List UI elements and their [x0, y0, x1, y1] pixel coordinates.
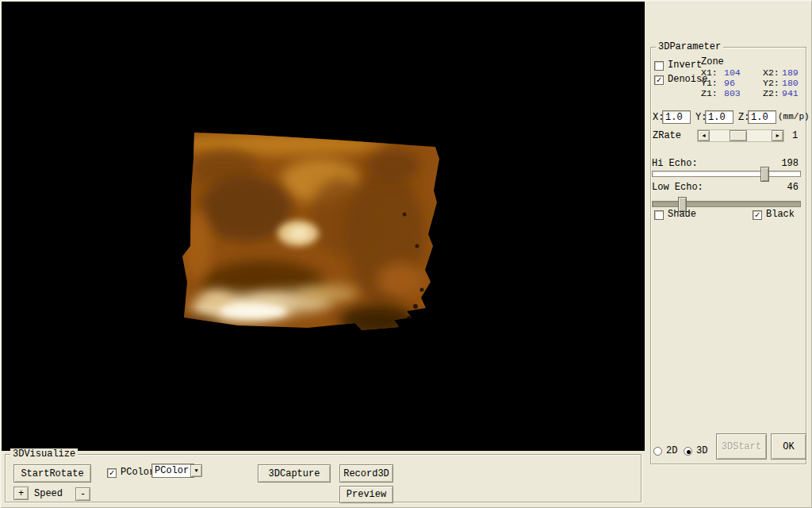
- pcolor-dropdown[interactable]: PColor ▼: [151, 464, 194, 478]
- zrate-track[interactable]: [710, 130, 772, 141]
- black-checkbox[interactable]: ✓ Black: [753, 210, 795, 220]
- scale-z-input[interactable]: [748, 110, 776, 124]
- radio-2d-circle[interactable]: [653, 447, 662, 456]
- ok-button[interactable]: OK: [771, 433, 806, 460]
- radio-2d[interactable]: 2D: [653, 446, 677, 456]
- hi-echo-thumb[interactable]: [760, 167, 769, 182]
- zone-z1-label: Z1:: [701, 88, 724, 98]
- pcolor-dropdown-arrow-icon[interactable]: ▼: [190, 464, 202, 477]
- zrate-label: ZRate: [653, 131, 681, 141]
- zone-x1-label: X1:: [701, 67, 724, 78]
- low-echo-value: 46: [787, 183, 799, 193]
- zrate-scroll-right-icon[interactable]: ►: [772, 130, 783, 141]
- invert-checkbox-box[interactable]: [654, 61, 664, 71]
- zone-row-x: X1: 104 X2: 189: [701, 67, 799, 78]
- zone-y1-value: 96: [724, 78, 763, 88]
- scale-unit-label: (mm/p): [778, 112, 810, 122]
- radio-3d-circle[interactable]: [684, 447, 692, 456]
- low-echo-label: Low Echo:: [652, 183, 703, 193]
- black-label: Black: [766, 210, 795, 220]
- zone-x2-label: X2:: [763, 67, 782, 78]
- app-window: 3DParameter Invert ✓ Denoise Zone X1: 10…: [0, 0, 812, 508]
- zone-label: Zone: [701, 57, 799, 67]
- radio-3d-label: 3D: [696, 446, 707, 456]
- hi-echo-value: 198: [781, 159, 799, 169]
- shade-checkbox-box[interactable]: [654, 210, 664, 220]
- zone-y2-label: Y2:: [763, 78, 782, 88]
- low-echo-slider[interactable]: [652, 201, 801, 207]
- zone-y2-value: 180: [782, 78, 799, 88]
- zrate-thumb[interactable]: [730, 130, 747, 141]
- pcolor-checkbox-box[interactable]: ✓: [107, 468, 117, 478]
- speed-plus-button[interactable]: +: [13, 487, 29, 500]
- 3d-volume-render: [178, 125, 444, 333]
- 3dcapture-button[interactable]: 3DCapture: [258, 464, 331, 483]
- visualize-groupbox: 3DVisualize StartRotate + Speed - ✓ PCol…: [5, 454, 642, 502]
- visualize-group-title: 3DVisualize: [10, 448, 78, 460]
- zrate-value: 1: [792, 131, 798, 141]
- shade-label: Shade: [668, 210, 696, 220]
- radio-3d[interactable]: 3D: [684, 446, 707, 456]
- invert-checkbox[interactable]: Invert: [654, 60, 702, 71]
- record3d-button[interactable]: Record3D: [339, 464, 393, 483]
- speed-label: Speed: [34, 489, 63, 499]
- start-rotate-button[interactable]: StartRotate: [13, 464, 91, 483]
- zone-row-z: Z1: 803 Z2: 941: [701, 88, 799, 98]
- pcolor-dropdown-value: PColor: [152, 464, 190, 477]
- zone-y1-label: Y1:: [701, 78, 724, 88]
- visualize-panel: 3DVisualize StartRotate + Speed - ✓ PCol…: [2, 451, 645, 507]
- scale-x-input[interactable]: [662, 110, 691, 124]
- pcolor-label: PColor: [121, 468, 155, 478]
- radio-2d-label: 2D: [666, 446, 677, 456]
- zone-z2-label: Z2:: [763, 88, 782, 98]
- 3d-viewport[interactable]: [2, 2, 645, 451]
- zrate-scrollbar[interactable]: ◄ ►: [697, 129, 784, 142]
- zone-x2-value: 189: [782, 67, 799, 78]
- hi-echo-label: Hi Echo:: [652, 159, 698, 169]
- invert-label: Invert: [668, 60, 702, 71]
- hi-echo-slider[interactable]: [652, 171, 801, 177]
- zone-z1-value: 803: [724, 88, 763, 98]
- zone-z2-value: 941: [782, 88, 799, 98]
- preview-button[interactable]: Preview: [339, 486, 393, 503]
- denoise-checkbox[interactable]: ✓ Denoise: [654, 75, 707, 85]
- zone-x1-value: 104: [724, 67, 763, 78]
- 3dstart-button[interactable]: 3DStart: [716, 433, 767, 460]
- black-checkbox-box[interactable]: ✓: [753, 210, 762, 220]
- zrate-scroll-left-icon[interactable]: ◄: [698, 130, 710, 141]
- pcolor-checkbox[interactable]: ✓ PColor: [107, 468, 155, 478]
- parameter-group-title: 3DParameter: [656, 41, 723, 52]
- zone-row-y: Y1: 96 Y2: 180: [701, 78, 799, 88]
- scale-y-input[interactable]: [705, 110, 733, 124]
- parameter-panel: 3DParameter Invert ✓ Denoise Zone X1: 10…: [645, 2, 810, 507]
- zone-block: Zone X1: 104 X2: 189 Y1: 96 Y2: 180 Z1: …: [701, 57, 799, 98]
- shade-checkbox[interactable]: Shade: [654, 210, 696, 220]
- parameter-groupbox: 3DParameter Invert ✓ Denoise Zone X1: 10…: [650, 47, 806, 464]
- speed-minus-button[interactable]: -: [75, 487, 90, 501]
- denoise-checkbox-box[interactable]: ✓: [654, 75, 664, 85]
